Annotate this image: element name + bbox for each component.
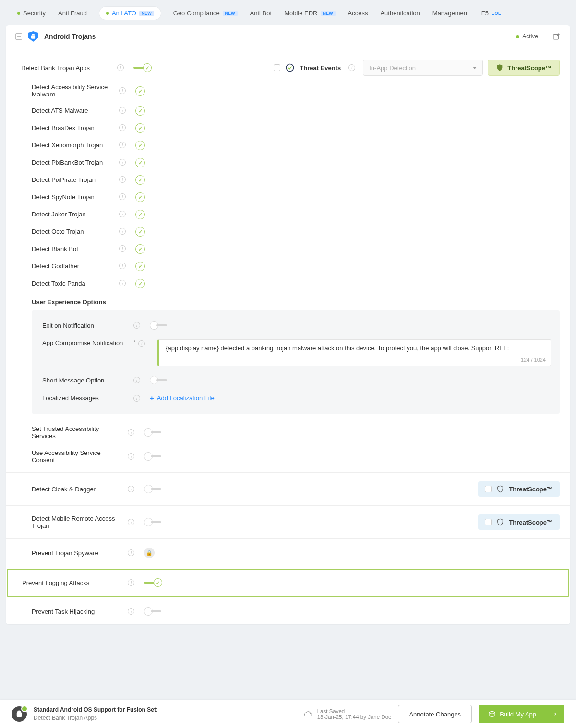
tab-authentication[interactable]: Authentication	[380, 10, 420, 17]
ux-options-panel: Exit on Notification App Compromise Noti…	[32, 310, 560, 414]
toggle[interactable]	[135, 158, 146, 167]
threatscope-checkbox[interactable]	[485, 519, 492, 525]
info-icon[interactable]	[119, 87, 126, 94]
threatscope-badge[interactable]: ThreatScope™	[478, 481, 560, 497]
status-active: Active	[516, 33, 538, 40]
policy-accessibility-consent: Use Accessibility Service Consent	[6, 444, 570, 472]
info-icon[interactable]	[128, 429, 134, 436]
toggle[interactable]	[135, 141, 146, 149]
tab-label: Anti ATO	[112, 10, 136, 17]
threatscope-checkbox[interactable]	[485, 486, 492, 492]
char-counter: 124 / 1024	[521, 357, 546, 363]
tab-mobile-edr[interactable]: Mobile EDRNEW	[284, 10, 335, 17]
policy-label: Use Accessibility Service Consent	[32, 449, 128, 464]
message-text: {app display name} detected a banking tr…	[166, 345, 509, 352]
info-icon[interactable]	[138, 340, 145, 347]
add-localization-link[interactable]: +Add Localization File	[150, 394, 215, 402]
status-dot-icon	[516, 35, 519, 38]
detection-select[interactable]: In-App Detection	[363, 60, 483, 76]
policy-pixpirate: Detect PixPirate Trojan	[6, 171, 570, 188]
toggle[interactable]	[135, 244, 146, 253]
tab-geo-compliance[interactable]: Geo ComplianceNEW	[173, 10, 238, 17]
policy-octo: Detect Octo Trojan	[6, 223, 570, 240]
tab-anti-fraud[interactable]: Anti Fraud	[58, 10, 87, 17]
toggle-accessibility-consent[interactable]	[144, 452, 162, 461]
toggle-short-message[interactable]	[150, 376, 168, 384]
policy-label: Detect Xenomorph Trojan	[32, 142, 119, 149]
top-tabs: Security Anti Fraud Anti ATONEW Geo Comp…	[0, 0, 576, 25]
info-icon[interactable]	[128, 486, 134, 492]
collapse-button[interactable]	[15, 33, 22, 40]
compromise-message-input[interactable]: {app display name} detected a banking tr…	[157, 339, 551, 366]
toggle[interactable]	[135, 210, 146, 218]
info-icon[interactable]	[119, 263, 126, 269]
policy-blank-bot: Detect Blank Bot	[6, 240, 570, 257]
info-icon[interactable]	[119, 245, 126, 252]
select-placeholder: In-App Detection	[369, 64, 416, 72]
toggle[interactable]	[135, 106, 146, 115]
divider	[545, 32, 545, 41]
info-icon[interactable]	[119, 280, 126, 286]
policy-mrat: Detect Mobile Remote Access Trojan Threa…	[6, 505, 570, 538]
toggle-cloak-dagger[interactable]	[144, 485, 162, 493]
ux-label: Exit on Notification	[42, 322, 133, 329]
info-icon[interactable]	[128, 519, 134, 525]
tab-label: Authentication	[380, 10, 420, 17]
info-icon[interactable]	[348, 64, 355, 71]
info-icon[interactable]	[119, 211, 126, 217]
info-icon[interactable]	[128, 549, 134, 556]
ux-label: App Compromise Notification	[42, 339, 133, 346]
info-icon[interactable]	[119, 228, 126, 235]
toggle-prevent-logging[interactable]	[144, 578, 162, 587]
info-icon[interactable]	[119, 142, 126, 148]
toggle-exit-notification[interactable]	[150, 321, 168, 330]
tab-f5[interactable]: F5EOL	[481, 10, 501, 17]
toggle-task-hijacking[interactable]	[144, 607, 162, 616]
policy-label: Detect Joker Trojan	[32, 211, 119, 218]
toggle[interactable]	[135, 279, 146, 287]
new-badge: NEW	[223, 11, 238, 16]
info-icon[interactable]	[133, 377, 140, 383]
policy-label: Detect PixBankBot Trojan	[32, 159, 119, 166]
info-icon[interactable]	[133, 395, 140, 402]
tab-anti-bot[interactable]: Anti Bot	[250, 10, 272, 17]
info-icon[interactable]	[128, 608, 134, 615]
info-icon[interactable]	[128, 453, 134, 460]
toggle-mrat[interactable]	[144, 518, 162, 526]
policy-label: Prevent Trojan Spyware	[32, 549, 128, 557]
policy-prevent-logging-attacks: Prevent Logging Attacks	[7, 569, 569, 597]
export-icon[interactable]	[552, 32, 561, 41]
toggle-trusted-accessibility[interactable]	[144, 428, 162, 437]
threatscope-button[interactable]: ThreatScope™	[488, 60, 560, 76]
toggle-detect-bank-trojan[interactable]	[133, 63, 152, 72]
threat-events-label: Threat Events	[300, 64, 341, 72]
toggle[interactable]	[135, 192, 146, 201]
threatscope-badge[interactable]: ThreatScope™	[478, 514, 560, 530]
ux-label: Localized Messages	[42, 394, 133, 402]
policy-xenomorph: Detect Xenomorph Trojan	[6, 136, 570, 154]
tab-access[interactable]: Access	[348, 10, 368, 17]
info-icon[interactable]	[119, 124, 126, 131]
tab-label: Anti Fraud	[58, 10, 87, 17]
info-icon[interactable]	[119, 176, 126, 183]
shield-icon	[496, 518, 504, 526]
tab-security[interactable]: Security	[17, 10, 46, 17]
info-icon[interactable]	[117, 64, 124, 71]
info-icon[interactable]	[119, 107, 126, 114]
info-icon[interactable]	[119, 193, 126, 200]
info-icon[interactable]	[119, 159, 126, 166]
toggle[interactable]	[135, 262, 146, 270]
info-icon[interactable]	[133, 322, 140, 329]
tab-anti-ato[interactable]: Anti ATONEW	[99, 7, 161, 20]
tab-label: Management	[432, 10, 469, 17]
toggle[interactable]	[135, 227, 146, 236]
info-icon[interactable]	[128, 579, 134, 586]
tab-management[interactable]: Management	[432, 10, 469, 17]
policy-label: Detect BrasDex Trojan	[32, 124, 119, 131]
toggle[interactable]	[135, 123, 146, 132]
threat-events-icon	[285, 63, 295, 72]
threat-events-checkbox[interactable]	[274, 64, 280, 71]
toggle[interactable]	[135, 175, 146, 184]
link-label: Add Localization File	[157, 394, 215, 402]
toggle[interactable]	[135, 86, 146, 95]
